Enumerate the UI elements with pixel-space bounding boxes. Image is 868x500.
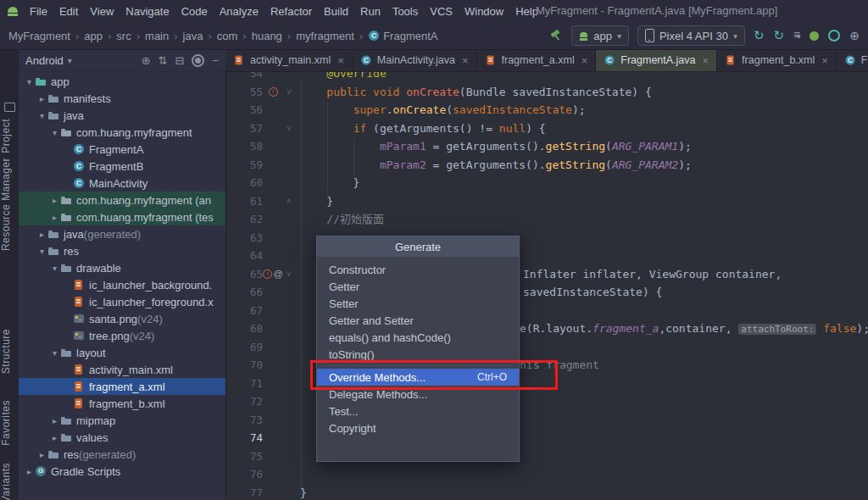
tab-fragmenta.java[interactable]: FragmentA.java× bbox=[596, 49, 717, 71]
tab-fr[interactable]: Fr× bbox=[837, 49, 868, 71]
tab-close-icon[interactable]: × bbox=[337, 54, 344, 67]
tree-row[interactable]: ▾com.huang.myfragment bbox=[19, 124, 225, 141]
fold-marker-icon[interactable]: ˅ bbox=[283, 87, 295, 97]
project-tool-icon[interactable] bbox=[4, 103, 15, 112]
tree-row[interactable]: ic_launcher_background. bbox=[19, 276, 225, 293]
menu-window[interactable]: Window bbox=[459, 3, 509, 19]
tree-expand-icon[interactable]: ▸ bbox=[49, 196, 60, 205]
tree-expand-icon[interactable]: ▸ bbox=[49, 416, 60, 425]
tree-row[interactable]: FragmentB bbox=[19, 158, 225, 175]
tree-expand-icon[interactable]: ▸ bbox=[36, 450, 47, 459]
tree-row[interactable]: ▸com.huang.myfragment (tes bbox=[19, 208, 225, 225]
tab-activity_main.xml[interactable]: activity_main.xml× bbox=[225, 49, 353, 71]
collapse-all-icon[interactable]: ⊟ bbox=[175, 54, 185, 67]
logcat-icon[interactable] bbox=[828, 30, 840, 42]
fold-marker-icon[interactable]: ˄ bbox=[283, 197, 295, 206]
tree-row[interactable]: ▸java (generated) bbox=[19, 225, 225, 242]
menu-refactor[interactable]: Refactor bbox=[264, 3, 318, 19]
tool-stripe-project[interactable]: Project bbox=[0, 119, 19, 153]
tree-expand-icon[interactable]: ▸ bbox=[49, 433, 60, 442]
tab-fragment_a.xml[interactable]: fragment_a.xml× bbox=[477, 49, 597, 71]
project-view-select[interactable]: Android bbox=[25, 54, 64, 67]
tree-row[interactable]: ▾app bbox=[19, 73, 225, 90]
menu-vcs[interactable]: VCS bbox=[424, 3, 459, 19]
popup-item-constructor[interactable]: Constructor bbox=[317, 261, 519, 278]
tree-row[interactable]: activity_main.xml bbox=[19, 361, 225, 378]
sync-project-icon[interactable]: ↻ bbox=[754, 29, 765, 42]
breadcrumb-huang[interactable]: huang bbox=[252, 30, 282, 42]
settings-gear-icon[interactable] bbox=[192, 54, 204, 67]
popup-item-copyright[interactable]: Copyright bbox=[317, 419, 519, 436]
tree-expand-icon[interactable]: ▸ bbox=[36, 230, 47, 239]
tree-expand-icon[interactable]: ▸ bbox=[24, 467, 35, 476]
run-configuration-select[interactable]: app ▾ bbox=[571, 25, 629, 46]
tree-row[interactable]: ▸Gradle Scripts bbox=[19, 463, 225, 480]
hide-panel-icon[interactable]: − bbox=[212, 54, 219, 67]
tree-row[interactable]: ▾res bbox=[19, 242, 225, 259]
tree-collapse-icon[interactable]: ▾ bbox=[36, 111, 47, 120]
profiler-icon[interactable] bbox=[810, 31, 819, 41]
tab-close-icon[interactable]: × bbox=[821, 54, 828, 67]
override-method-icon[interactable]: ↑ bbox=[263, 269, 272, 279]
menu-navigate[interactable]: Navigate bbox=[120, 3, 175, 19]
tree-row[interactable]: ▸res (generated) bbox=[19, 446, 225, 463]
fold-marker-icon[interactable]: ˅ bbox=[283, 124, 295, 133]
popup-item-test[interactable]: Test... bbox=[317, 403, 519, 419]
tree-row[interactable]: fragment_a.xml bbox=[19, 378, 225, 395]
tree-row[interactable]: ▸com.huang.myfragment (an bbox=[19, 192, 225, 208]
build-hammer-icon[interactable] bbox=[549, 29, 563, 42]
menu-file[interactable]: File bbox=[24, 3, 53, 19]
tree-row[interactable]: ▸manifests bbox=[19, 90, 225, 107]
device-manager-icon[interactable]: ⊕ bbox=[849, 29, 860, 42]
tab-close-icon[interactable]: × bbox=[462, 54, 469, 67]
tree-expand-icon[interactable]: ▸ bbox=[49, 213, 60, 222]
sync-gradle-icon[interactable]: ↻ bbox=[774, 29, 785, 42]
tree-row[interactable]: ▸mipmap bbox=[19, 412, 225, 429]
device-select[interactable]: Pixel 4 API 30 ▾ bbox=[637, 25, 745, 46]
menu-view[interactable]: View bbox=[84, 3, 120, 19]
menu-edit[interactable]: Edit bbox=[53, 3, 84, 19]
tree-collapse-icon[interactable]: ▾ bbox=[24, 77, 35, 86]
tab-fragment_b.xml[interactable]: fragment_b.xml× bbox=[717, 49, 837, 71]
scroll-from-source-icon[interactable]: ⇅ bbox=[159, 54, 168, 67]
tree-collapse-icon[interactable]: ▾ bbox=[49, 348, 60, 358]
tab-mainactivity.java[interactable]: MainActivity.java× bbox=[353, 49, 477, 71]
tree-row[interactable]: fragment_b.xml bbox=[19, 395, 225, 412]
breadcrumb-app[interactable]: app bbox=[84, 30, 103, 42]
tree-expand-icon[interactable]: ▸ bbox=[36, 94, 47, 103]
menu-run[interactable]: Run bbox=[354, 3, 387, 19]
tree-row[interactable]: ▾layout bbox=[19, 344, 225, 361]
menu-tools[interactable]: Tools bbox=[387, 3, 424, 19]
tree-row[interactable]: ▸values bbox=[19, 429, 225, 446]
popup-item-delegate-methods[interactable]: Delegate Methods... bbox=[317, 386, 519, 403]
popup-item-equals-and-hashcode[interactable]: equals() and hashCode() bbox=[317, 329, 519, 346]
breadcrumb-java[interactable]: java bbox=[183, 30, 203, 42]
popup-item-getter-and-setter[interactable]: Getter and Setter bbox=[317, 312, 519, 329]
tree-row[interactable]: ▾java bbox=[19, 107, 225, 124]
tree-collapse-icon[interactable]: ▾ bbox=[49, 128, 60, 137]
tab-close-icon[interactable]: × bbox=[703, 54, 709, 67]
tool-stripe-structure[interactable]: Structure bbox=[0, 329, 19, 374]
tree-row[interactable]: santa.png (v24) bbox=[19, 310, 225, 327]
breadcrumb-myfragment[interactable]: myfragment bbox=[296, 30, 354, 42]
tree-row[interactable]: ▾drawable bbox=[19, 259, 225, 276]
tree-row[interactable]: ic_launcher_foreground.x bbox=[19, 293, 225, 310]
tree-collapse-icon[interactable]: ▾ bbox=[49, 264, 60, 273]
menu-code[interactable]: Code bbox=[175, 3, 214, 19]
popup-item-getter[interactable]: Getter bbox=[317, 278, 519, 295]
locate-file-icon[interactable]: ⊕ bbox=[142, 54, 151, 67]
breadcrumb-fragmenta[interactable]: FragmentA bbox=[368, 30, 437, 42]
tree-row[interactable]: FragmentA bbox=[19, 141, 225, 158]
tree-row[interactable]: tree.png (v24) bbox=[19, 327, 225, 344]
tree-row[interactable]: MainActivity bbox=[19, 175, 225, 192]
tree-collapse-icon[interactable]: ▾ bbox=[36, 247, 47, 256]
breadcrumb-myfragment[interactable]: MyFragment bbox=[8, 30, 70, 42]
menu-build[interactable]: Build bbox=[318, 3, 354, 19]
tool-stripe-build-variants[interactable]: Build Variants bbox=[0, 463, 19, 500]
tab-close-icon[interactable]: × bbox=[581, 54, 588, 67]
tool-stripe-resource-manager[interactable]: Resource Manager bbox=[0, 158, 19, 251]
menu-analyze[interactable]: Analyze bbox=[214, 3, 264, 19]
breadcrumb-com[interactable]: com bbox=[217, 30, 238, 42]
popup-item-setter[interactable]: Setter bbox=[317, 295, 519, 312]
fold-marker-icon[interactable]: ˅ bbox=[283, 269, 295, 279]
